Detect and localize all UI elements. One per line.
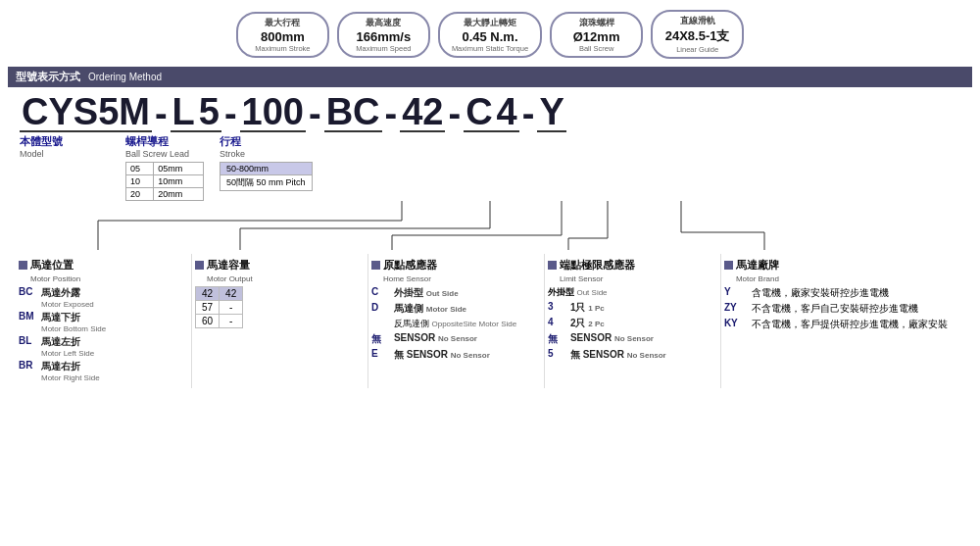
motor-output-table: 4242 57- 60- (195, 286, 243, 328)
seg-y: Y (537, 93, 565, 132)
seg-5: 5 (197, 93, 221, 132)
col-home-sensor: 原點感應器 Home Sensor C 外掛型 Out Side D 馬達側 M… (368, 254, 545, 388)
col-motor-brand-header: 馬達廠牌 (724, 258, 961, 273)
motor-pos-opt-br: BR 馬達右折 Motor Right Side (19, 360, 188, 382)
dash6: - (519, 95, 538, 132)
home-sensor-title-zh: 原點感應器 (383, 258, 437, 273)
motor-output-title-en: Motor Output (195, 274, 365, 283)
model-5: 5 (197, 93, 221, 132)
motor-position-title-zh: 馬達位置 (30, 258, 74, 273)
seg-100: 100 (240, 93, 306, 132)
limit-sensor-opt-none: 無 SENSOR No Sensor (548, 332, 717, 346)
motor-pos-opt-bc: BC 馬達外露 Motor Exposed (19, 286, 188, 309)
spec-ball-screw: 滾珠螺桿 Ø12mm Ball Screw (550, 12, 643, 58)
specs-bar: 最大行程 800mm Maximum Stroke 最高速度 166mm/s M… (0, 0, 980, 65)
col-motor-position-header: 馬達位置 (19, 258, 188, 273)
model-row: CYS5M - L 5 - 100 - BC - (10, 87, 970, 132)
col-limit-sensor: 端點極限感應器 Limit Sensor 外掛型 Out Side 3 1只 1… (545, 254, 721, 388)
dash4: - (382, 95, 401, 132)
home-sensor-opt-c: C 外掛型 Out Side (371, 286, 541, 300)
col-home-sensor-header: 原點感應器 (371, 258, 541, 273)
motor-brand-opt-y: Y 含電機，廠家安裝研控步進電機 (724, 286, 961, 300)
spec-linear-guide: 直線滑軌 24X8.5-1支 Linear Guide (651, 10, 744, 59)
motor-position-title-en: Motor Position (19, 274, 188, 283)
home-sensor-opt-opp: 反馬達側 OppositeSite Motor Side (371, 318, 541, 330)
seg-c: C (464, 93, 494, 132)
home-sensor-opt-none: 無 SENSOR No Sensor (371, 332, 541, 346)
motor-pos-opt-bl: BL 馬達左折 Motor Left Side (19, 335, 188, 358)
limit-sensor-opt-4: 4 2只 2 Pc (548, 317, 717, 330)
col-motor-position: 馬達位置 Motor Position BC 馬達外露 Motor Expose… (16, 254, 192, 388)
motor-pos-opt-bm: BM 馬達下折 Motor Bottom Side (19, 311, 188, 333)
motor-position-icon (19, 261, 27, 270)
col-motor-output: 馬達容量 Motor Output 4242 57- 60- (192, 254, 368, 388)
motor-brand-title-zh: 馬達廠牌 (736, 258, 779, 273)
model-4: 4 (495, 93, 519, 132)
diagram-area: CYS5M - L 5 - 100 - BC - (0, 87, 980, 388)
model-cys5m: CYS5M (20, 93, 152, 132)
model-l: L (171, 93, 197, 132)
dash5: - (445, 95, 464, 132)
stroke-table: 50-800mm 50間隔 50 mm Pitch (220, 162, 313, 191)
col-limit-sensor-header: 端點極限感應器 (548, 258, 717, 273)
limit-sensor-title-zh: 端點極限感應器 (560, 258, 635, 273)
seg-42: 42 (400, 93, 445, 132)
limit-sensor-opt-3: 3 1只 1 Pc (548, 301, 717, 315)
connector-area (20, 201, 960, 250)
limit-sensor-opt-5: 5 無 SENSOR No Sensor (548, 348, 717, 362)
label-stroke: 行程 Stroke 50-800mm 50間隔 50 mm Pitch (220, 134, 313, 191)
motor-brand-opt-zy: ZY 不含電機，客戶自己安裝研控步進電機 (724, 302, 961, 316)
motor-brand-title-en: Motor Brand (724, 274, 961, 283)
dash1: - (152, 95, 171, 132)
spec-max-stroke: 最大行程 800mm Maximum Stroke (236, 12, 329, 58)
bottom-cols: 馬達位置 Motor Position BC 馬達外露 Motor Expose… (10, 254, 970, 388)
label-row: 本體型號 Model 螺桿導程 Ball Screw Lead 0505mm 1… (10, 132, 970, 201)
limit-sensor-title-en: Limit Sensor (548, 274, 717, 283)
model-c: C (464, 93, 494, 132)
ordering-title-en: Ordering Method (88, 72, 162, 82)
ordering-title-zh: 型號表示方式 (16, 70, 80, 84)
motor-brand-icon (724, 261, 733, 270)
col-motor-brand: 馬達廠牌 Motor Brand Y 含電機，廠家安裝研控步進電機 ZY 不含電… (721, 254, 964, 388)
spec-max-torque: 最大靜止轉矩 0.45 N.m. Maximum Static Torque (438, 12, 542, 58)
dash3: - (306, 95, 324, 132)
model-42: 42 (400, 93, 445, 132)
seg-l: L (171, 93, 197, 132)
home-sensor-title-en: Home Sensor (371, 274, 541, 283)
limit-sensor-icon (548, 261, 557, 270)
ordering-header: 型號表示方式 Ordering Method (8, 67, 972, 87)
page-container: 最大行程 800mm Maximum Stroke 最高速度 166mm/s M… (0, 0, 980, 388)
col-motor-output-header: 馬達容量 (195, 258, 365, 273)
home-sensor-opt-d: D 馬達側 Motor Side (371, 302, 541, 316)
label-cys5m: 本體型號 Model (20, 134, 108, 159)
label-lead: 螺桿導程 Ball Screw Lead 0505mm 1010mm 2020m… (125, 134, 204, 201)
model-100: 100 (240, 93, 306, 132)
model-y: Y (537, 93, 565, 132)
seg-cys5m: CYS5M (20, 93, 152, 132)
motor-output-icon (195, 261, 204, 270)
home-sensor-opt-e: E 無 SENSOR No Sensor (371, 348, 541, 362)
model-bc: BC (324, 93, 382, 132)
seg-4: 4 (495, 93, 519, 132)
lead-table: 0505mm 1010mm 2020mm (125, 162, 204, 201)
seg-bc: BC (324, 93, 382, 132)
home-sensor-icon (371, 261, 380, 270)
dash2: - (221, 95, 240, 132)
connector-svg (20, 201, 960, 250)
motor-brand-opt-ky: KY 不含電機，客戶提供研控步進電機，廠家安裝 (724, 318, 961, 331)
spec-max-speed: 最高速度 166mm/s Maximum Speed (337, 12, 430, 58)
motor-output-title-zh: 馬達容量 (207, 258, 250, 273)
